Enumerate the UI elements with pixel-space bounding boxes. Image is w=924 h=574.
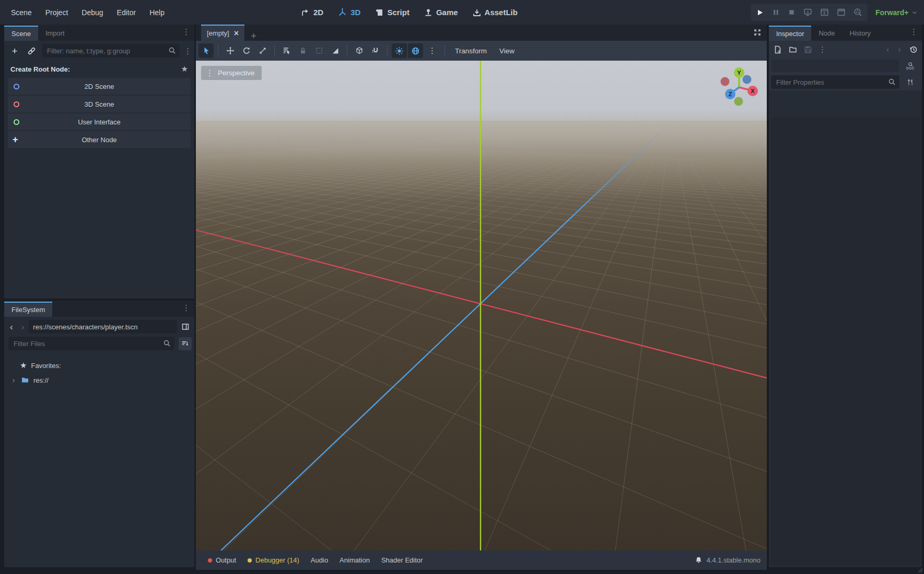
- workspace-tab-label: AssetLib: [485, 8, 518, 17]
- tab-inspector[interactable]: Inspector: [769, 26, 811, 41]
- window-resize-grip[interactable]: [916, 566, 923, 573]
- file-sort-icon[interactable]: [179, 337, 192, 350]
- play-scene-button[interactable]: [820, 8, 829, 17]
- split-view-icon[interactable]: [181, 323, 190, 331]
- workspace-tab-3d[interactable]: 3D: [333, 6, 366, 19]
- resource-name-field[interactable]: [771, 60, 899, 72]
- resource-options-menu-icon[interactable]: ⋮: [816, 45, 828, 53]
- history-back-button[interactable]: ‹: [6, 323, 17, 331]
- list-select-button[interactable]: [279, 43, 294, 58]
- root-option-user-interface[interactable]: User Interface: [8, 113, 191, 130]
- workspace-tab-assetlib[interactable]: AssetLib: [467, 6, 523, 19]
- scene-filter-menu-icon[interactable]: ⋮: [184, 47, 192, 55]
- scene-dock-menu-icon[interactable]: ⋮: [182, 28, 190, 36]
- load-resource-folder-icon[interactable]: [786, 43, 800, 56]
- workspace-tab-script[interactable]: Script: [370, 6, 415, 19]
- script-icon: [375, 8, 383, 17]
- scene-tab-bar: [empty] × +: [196, 25, 767, 41]
- menu-editor[interactable]: Editor: [110, 5, 143, 20]
- open-docs-icon[interactable]: DOC: [901, 62, 920, 70]
- folder-icon: [21, 376, 29, 384]
- use-local-space-icon[interactable]: [352, 43, 367, 58]
- left-dock: Scene Import ⋮ + ⋮ Create Root Node: ★ 2…: [4, 25, 194, 567]
- tab-filesystem[interactable]: FileSystem: [4, 302, 52, 317]
- select-tool-button[interactable]: [198, 43, 214, 58]
- view-orientation-gizmo[interactable]: Y X Z: [705, 61, 767, 116]
- bottom-tab-animation[interactable]: Animation: [334, 550, 376, 570]
- play-button[interactable]: [756, 8, 764, 17]
- debugger-dot-icon: [248, 558, 252, 562]
- workspace-tab-game[interactable]: Game: [419, 6, 463, 19]
- filter-properties-input[interactable]: [771, 75, 899, 89]
- stop-button[interactable]: [788, 8, 796, 16]
- transform-menu[interactable]: Transform: [449, 47, 493, 55]
- inspector-name-row: DOC: [769, 58, 922, 74]
- save-resource-icon[interactable]: [801, 43, 815, 56]
- root-option-2d-scene[interactable]: 2D Scene: [8, 78, 191, 95]
- bottom-tab-output[interactable]: Output: [202, 550, 242, 570]
- history-forward-button[interactable]: ›: [18, 323, 28, 331]
- scene-filter-input[interactable]: [42, 44, 180, 58]
- favorite-star-icon[interactable]: ★: [181, 64, 188, 74]
- inspector-back-button[interactable]: ‹: [883, 45, 893, 54]
- new-resource-icon[interactable]: [771, 43, 785, 56]
- snap-mode-icon[interactable]: [368, 43, 383, 58]
- node2d-icon: [14, 84, 19, 89]
- history-clock-icon[interactable]: [906, 43, 920, 56]
- new-scene-tab-button[interactable]: +: [244, 31, 263, 41]
- movie-maker-icon[interactable]: [853, 8, 862, 17]
- root-option-other-node[interactable]: + Other Node: [8, 131, 191, 148]
- 3d-viewport[interactable]: ⋮ Perspective Y X Z: [196, 61, 767, 550]
- filter-files-input[interactable]: [8, 337, 174, 350]
- preview-options-menu-icon[interactable]: ⋮: [424, 46, 440, 55]
- inspector-empty-body: [771, 118, 920, 565]
- lock-selected-button[interactable]: [295, 43, 310, 58]
- res-root-row[interactable]: › res://: [4, 373, 194, 387]
- property-tools-icon[interactable]: [901, 78, 920, 86]
- tab-history[interactable]: History: [843, 26, 878, 41]
- view-menu[interactable]: View: [494, 47, 520, 55]
- remote-debug-icon[interactable]: [803, 8, 812, 17]
- svg-text:Z: Z: [729, 91, 732, 97]
- ruler-mode-button[interactable]: [328, 43, 343, 58]
- tab-node[interactable]: Node: [811, 26, 842, 41]
- menu-project[interactable]: Project: [39, 5, 75, 20]
- bottom-tab-audio[interactable]: Audio: [305, 550, 334, 570]
- perspective-menu-button[interactable]: ⋮ Perspective: [201, 66, 262, 80]
- close-tab-icon[interactable]: ×: [234, 29, 239, 38]
- root-option-3d-scene[interactable]: 3D Scene: [8, 96, 191, 112]
- inspector-forward-button[interactable]: ›: [894, 45, 905, 54]
- workspace-tab-label: Game: [436, 8, 458, 17]
- scene-dock-tabs: Scene Import ⋮: [4, 25, 194, 41]
- preview-environment-button[interactable]: [408, 43, 423, 58]
- preview-sun-button[interactable]: [392, 43, 407, 58]
- inspector-dock-menu-icon[interactable]: ⋮: [910, 28, 918, 36]
- filesystem-dock-menu-icon[interactable]: ⋮: [182, 304, 190, 312]
- view-dots-icon: ⋮: [206, 69, 214, 77]
- workspace-tab-2d[interactable]: 2D: [296, 6, 329, 19]
- menu-help[interactable]: Help: [143, 5, 171, 20]
- star-icon: ★: [20, 361, 27, 370]
- bottom-tab-shader-editor[interactable]: Shader Editor: [376, 550, 429, 570]
- add-node-button[interactable]: +: [8, 44, 21, 57]
- z-axis-line: [221, 123, 670, 550]
- scale-tool-button[interactable]: [255, 43, 270, 58]
- expand-chevron-icon[interactable]: ›: [10, 376, 17, 384]
- scene-tab-empty[interactable]: [empty] ×: [201, 25, 244, 41]
- menu-debug[interactable]: Debug: [75, 5, 110, 20]
- play-custom-scene-button[interactable]: [837, 8, 846, 17]
- tab-import[interactable]: Import: [38, 26, 72, 41]
- menu-scene[interactable]: Scene: [4, 5, 39, 20]
- bell-icon[interactable]: [695, 556, 703, 564]
- distraction-free-icon[interactable]: [753, 28, 762, 37]
- tab-scene[interactable]: Scene: [4, 26, 38, 41]
- instance-scene-link-icon[interactable]: [25, 44, 38, 57]
- current-path-field[interactable]: [29, 320, 177, 334]
- move-tool-button[interactable]: [223, 43, 238, 58]
- rotate-tool-button[interactable]: [239, 43, 254, 58]
- group-selected-button[interactable]: [311, 43, 326, 58]
- renderer-selector[interactable]: Forward+: [875, 0, 918, 25]
- pause-button[interactable]: [772, 8, 780, 16]
- favorites-row[interactable]: ★ Favorites:: [4, 358, 194, 373]
- bottom-tab-debugger[interactable]: Debugger (14): [242, 550, 305, 570]
